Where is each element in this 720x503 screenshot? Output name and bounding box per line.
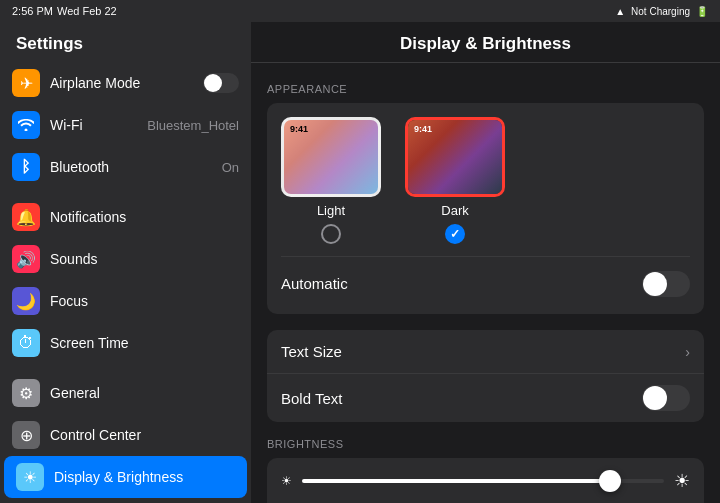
appearance-section-label: APPEARANCE xyxy=(267,83,704,95)
date-display: Wed Feb 22 xyxy=(57,5,117,17)
sidebar-item-focus[interactable]: 🌙 Focus xyxy=(0,280,251,322)
sidebar-item-notifications[interactable]: 🔔 Notifications xyxy=(0,196,251,238)
sidebar-item-control-center[interactable]: ⊕ Control Center xyxy=(0,414,251,456)
bold-text-label: Bold Text xyxy=(281,390,632,407)
sidebar-item-bluetooth[interactable]: ᛒ Bluetooth On xyxy=(0,146,251,188)
sidebar-label-airplane: Airplane Mode xyxy=(50,75,193,91)
sidebar-item-screen-time[interactable]: ⏱ Screen Time xyxy=(0,322,251,364)
brightness-high-icon: ☀ xyxy=(674,470,690,492)
top-bar-left: 2:56 PM Wed Feb 22 xyxy=(12,5,117,17)
brightness-thumb xyxy=(599,470,621,492)
sidebar-label-control-center: Control Center xyxy=(50,427,239,443)
right-panel-title: Display & Brightness xyxy=(251,22,720,63)
sidebar-label-display-brightness: Display & Brightness xyxy=(54,469,235,485)
bluetooth-value: On xyxy=(222,160,239,175)
top-bar-right: ▲ Not Charging 🔋 xyxy=(615,6,708,17)
sidebar: Settings ✈ Airplane Mode Wi-Fi Bluestem_… xyxy=(0,22,251,503)
content-area: APPEARANCE 9:41 Light xyxy=(251,63,720,503)
general-icon: ⚙ xyxy=(12,379,40,407)
sidebar-label-notifications: Notifications xyxy=(50,209,239,225)
appearance-option-light[interactable]: 9:41 Light xyxy=(281,117,381,244)
sidebar-item-wifi[interactable]: Wi-Fi Bluestem_Hotel xyxy=(0,104,251,146)
dark-time: 9:41 xyxy=(414,124,432,134)
top-bar: 2:56 PM Wed Feb 22 ▲ Not Charging 🔋 xyxy=(0,0,720,22)
bold-text-toggle[interactable] xyxy=(642,385,690,411)
dark-label: Dark xyxy=(441,203,468,218)
brightness-section: ☀ ☀ True Tone Automatically adapt iPad d… xyxy=(267,458,704,503)
light-thumbnail: 9:41 xyxy=(281,117,381,197)
text-section: Text Size › Bold Text xyxy=(267,330,704,422)
light-label: Light xyxy=(317,203,345,218)
brightness-row: ☀ ☀ xyxy=(267,458,704,503)
sidebar-item-sounds[interactable]: 🔊 Sounds xyxy=(0,238,251,280)
wifi-icon: ▲ xyxy=(615,6,625,17)
airplane-icon: ✈ xyxy=(12,69,40,97)
control-center-icon: ⊕ xyxy=(12,421,40,449)
bluetooth-icon: ᛒ xyxy=(12,153,40,181)
brightness-fill xyxy=(302,479,610,483)
text-size-row[interactable]: Text Size › xyxy=(267,330,704,374)
light-time: 9:41 xyxy=(290,124,308,134)
brightness-section-label: BRIGHTNESS xyxy=(267,438,704,450)
automatic-toggle[interactable] xyxy=(642,271,690,297)
brightness-low-icon: ☀ xyxy=(281,474,292,488)
automatic-label: Automatic xyxy=(281,275,632,292)
battery-icon: 🔋 xyxy=(696,6,708,17)
dark-thumbnail: 9:41 xyxy=(405,117,505,197)
sidebar-title: Settings xyxy=(0,22,251,62)
sidebar-label-general: General xyxy=(50,385,239,401)
main-layout: Settings ✈ Airplane Mode Wi-Fi Bluestem_… xyxy=(0,22,720,503)
sidebar-label-screen-time: Screen Time xyxy=(50,335,239,351)
sidebar-label-wifi: Wi-Fi xyxy=(50,117,137,133)
time-display: 2:56 PM xyxy=(12,5,53,17)
right-panel: Display & Brightness APPEARANCE 9:41 Lig… xyxy=(251,22,720,503)
focus-icon: 🌙 xyxy=(12,287,40,315)
wifi-value: Bluestem_Hotel xyxy=(147,118,239,133)
sidebar-label-sounds: Sounds xyxy=(50,251,239,267)
airplane-toggle[interactable] xyxy=(203,73,239,93)
appearance-options: 9:41 Light 9:41 Dark xyxy=(281,117,690,244)
text-size-label: Text Size xyxy=(281,343,675,360)
notifications-icon: 🔔 xyxy=(12,203,40,231)
wifi-sidebar-icon xyxy=(12,111,40,139)
sidebar-item-airplane-mode[interactable]: ✈ Airplane Mode xyxy=(0,62,251,104)
text-size-chevron: › xyxy=(685,344,690,360)
sidebar-item-home-screen[interactable]: ⊞ Home Screen & Multitasking xyxy=(0,498,251,503)
display-brightness-icon: ☀ xyxy=(16,463,44,491)
appearance-option-dark[interactable]: 9:41 Dark xyxy=(405,117,505,244)
sidebar-label-bluetooth: Bluetooth xyxy=(50,159,212,175)
sidebar-item-display-brightness[interactable]: ☀ Display & Brightness xyxy=(4,456,247,498)
sounds-icon: 🔊 xyxy=(12,245,40,273)
light-radio[interactable] xyxy=(321,224,341,244)
sidebar-item-general[interactable]: ⚙ General xyxy=(0,372,251,414)
bold-text-row[interactable]: Bold Text xyxy=(267,374,704,422)
brightness-slider[interactable] xyxy=(302,479,664,483)
dark-radio[interactable] xyxy=(445,224,465,244)
battery-status: Not Charging xyxy=(631,6,690,17)
sidebar-label-focus: Focus xyxy=(50,293,239,309)
automatic-row: Automatic xyxy=(281,256,690,300)
screen-time-icon: ⏱ xyxy=(12,329,40,357)
